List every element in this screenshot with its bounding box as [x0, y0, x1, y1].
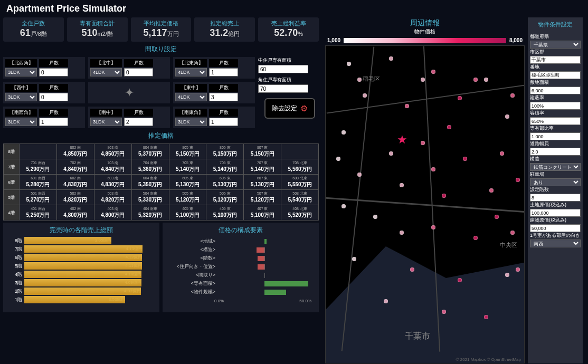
component-row: <物件規模>: [170, 289, 311, 295]
form-field: 構造鉄筋コンクリート造: [530, 156, 581, 171]
price-dot: [505, 273, 509, 277]
layout-type-select[interactable]: 3LDK: [5, 68, 37, 76]
price-dot: [505, 114, 509, 119]
layout-count-input[interactable]: [124, 118, 153, 126]
form-select[interactable]: 鉄筋コンクリート造: [530, 163, 581, 171]
price-dot: [357, 78, 362, 82]
price-dot: [510, 231, 515, 235]
price-dot: [458, 278, 462, 282]
price-dot: [389, 151, 393, 156]
remove-settings-button[interactable]: 除去設定⚙: [264, 98, 315, 119]
kpi-value: 52.70%: [258, 27, 319, 39]
price-dot: [363, 93, 367, 98]
price-components-chart: 価格の構成要素 <地域> <構造> <階数> <住戸向き・位置> <間取り> <…: [163, 223, 319, 312]
kpi-value: 5,117万円: [131, 27, 192, 39]
form-label: 土地原価(税込み): [530, 202, 581, 208]
form-input[interactable]: [530, 209, 581, 217]
layout-type-select[interactable]: 3LDK: [5, 93, 37, 101]
layout-type-select[interactable]: 3LDK: [90, 118, 122, 126]
price-dot: [373, 215, 377, 219]
form-input[interactable]: [530, 148, 581, 156]
layout-type-select[interactable]: 4LDK: [175, 68, 207, 76]
map-title: 周辺情報: [322, 17, 528, 28]
price-dot: [342, 204, 346, 208]
price-dot: [510, 93, 515, 98]
bar-row: 5階 4.11億円: [10, 262, 153, 270]
price-dot: [352, 257, 356, 261]
form-select[interactable]: あり: [530, 178, 581, 186]
form-field: 建蔽率: [530, 94, 581, 110]
form-input[interactable]: [530, 132, 581, 140]
form-input[interactable]: [530, 117, 581, 125]
price-dot: [442, 194, 446, 198]
layout-count-input[interactable]: [124, 68, 153, 76]
layout-block: 【南西角】 3LDK 戸数: [3, 107, 85, 128]
kpi-row: 全住戸数 61戸/8階 専有面積合計 510m2/階 平均推定価格 5,117万…: [0, 17, 322, 42]
layout-type-select[interactable]: 4LDK: [90, 68, 122, 76]
form-input[interactable]: [530, 224, 581, 232]
layout-count-input[interactable]: [209, 118, 238, 126]
component-row: <専有面積>: [170, 280, 311, 287]
layout-block: 【東中】 4LDK 戸数: [173, 82, 255, 103]
price-dot: [489, 188, 494, 193]
form-label: 敷地面積: [530, 79, 581, 86]
form-field: 都道府県千葉県: [530, 33, 581, 49]
form-field: 番地: [530, 64, 581, 79]
bar-row: 7階 4.13億円: [10, 245, 153, 253]
kpi-card: 全住戸数 61戸/8階: [3, 17, 64, 42]
form-label: 番地: [530, 64, 581, 71]
layout-type-select[interactable]: 3LDK: [175, 118, 207, 126]
price-dot: [400, 183, 404, 187]
price-dot: [384, 299, 388, 303]
layout-count-input[interactable]: [209, 68, 238, 76]
price-dot: [484, 315, 488, 319]
form-label: 都道府県: [530, 33, 581, 40]
kpi-value: 31.2億円: [194, 27, 255, 39]
form-label: 専有部比率: [530, 125, 581, 132]
kpi-label: 専有面積合計: [67, 20, 128, 27]
price-dot: [400, 231, 404, 235]
price-dot: [357, 173, 362, 177]
layout-count-input[interactable]: [39, 118, 68, 126]
form-select[interactable]: 千葉県: [530, 41, 581, 49]
bar-row: 2階 4.07億円: [10, 288, 153, 295]
form-label: 構造: [530, 156, 581, 162]
mid-area-input[interactable]: [258, 65, 308, 73]
form-field: 土地原価(税込み): [530, 202, 581, 217]
kpi-card: 推定総売上 31.2億円: [194, 17, 255, 42]
price-dot: [410, 267, 414, 272]
kpi-card: 専有面積合計 510m2/階: [67, 17, 128, 42]
price-dot: [473, 236, 478, 240]
kpi-value: 61戸/8階: [3, 27, 64, 39]
page-title: Apartment Price Simulator: [0, 0, 588, 17]
bar-row: 4階 4.10億円: [10, 271, 153, 278]
layout-count-input[interactable]: [39, 93, 68, 101]
price-dot: [342, 130, 346, 135]
floor-sales-chart: 完売時の各階売上総額 8階 3.05億円 7階 4.13億円 6階 4.12億円…: [3, 223, 159, 312]
form-select[interactable]: 南西: [530, 240, 581, 247]
layout-count-input[interactable]: [209, 93, 238, 101]
form-input[interactable]: [530, 194, 581, 202]
price-dot: [516, 267, 520, 272]
form-input[interactable]: [530, 87, 581, 94]
district-label: 中央区: [500, 241, 517, 249]
form-field: 設定階数: [530, 186, 581, 202]
corner-area-input[interactable]: [258, 84, 308, 93]
form-label: 1号室がある部屋の向き: [530, 232, 581, 239]
form-label: 駐車場: [530, 171, 581, 178]
price-dot: [347, 62, 351, 66]
price-dot: [336, 157, 340, 161]
form-input[interactable]: [530, 102, 581, 110]
price-section-title: 推定価格: [0, 130, 322, 141]
kpi-value: 510m2/階: [67, 27, 128, 39]
layout-type-select[interactable]: 4LDK: [175, 93, 207, 101]
form-input[interactable]: [530, 56, 581, 64]
form-field: 道路幅員: [530, 140, 581, 156]
kpi-card: 売上総利益率 52.70%: [258, 17, 319, 42]
price-dot: [458, 96, 462, 100]
compass-icon: ✦: [88, 82, 170, 103]
layout-type-select[interactable]: 3LDK: [5, 118, 37, 126]
layout-count-input[interactable]: [39, 68, 68, 76]
map[interactable]: 稲毛区 中央区 千葉市 ★ © 2021 Mapbox © OpenStreet…: [325, 45, 525, 363]
form-input[interactable]: [530, 71, 581, 79]
